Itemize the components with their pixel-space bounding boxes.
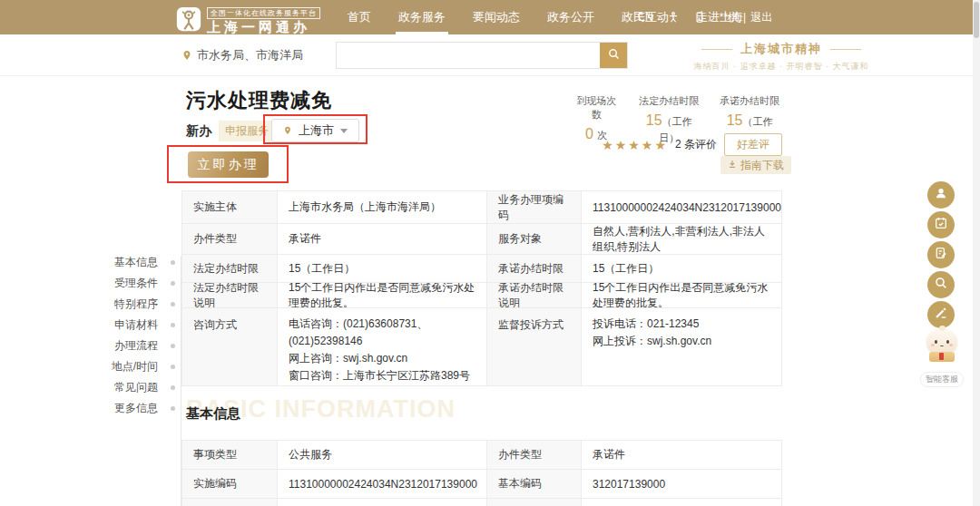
float-feedback-button[interactable] [927, 301, 955, 328]
table-row: 实施主体 上海市水务局（上海市海洋局） 业务办理项编码 113100000024… [182, 191, 781, 223]
sidebar-item-more-info[interactable]: 更多信息 [0, 398, 181, 419]
sidebar-item-basic-info[interactable]: 基本信息 [0, 252, 181, 273]
float-search-button[interactable] [927, 271, 955, 298]
star-rating-icons: ★★★★★ [602, 138, 668, 152]
calendar-check-icon [934, 216, 948, 234]
sidebar-item-faq[interactable]: 常见问题 [0, 377, 181, 398]
chatbot-mascot[interactable] [925, 328, 959, 370]
table-row-partial [182, 498, 781, 506]
metric-statutory-value: 15 [646, 112, 662, 128]
department-selector[interactable]: 市水务局、市海洋局 [181, 34, 303, 76]
table-row: 法定办结时限 15（工作日） 承诺办结时限 15（工作日） [182, 254, 781, 282]
user-icon [934, 186, 948, 204]
nav-home[interactable]: 首页 [334, 0, 385, 34]
sidebar-item-acceptance[interactable]: 受理条件 [0, 273, 181, 294]
sidebar-item-special-procedure[interactable]: 特别程序 [0, 294, 181, 315]
search-icon [934, 276, 948, 294]
float-user-button[interactable] [927, 181, 955, 209]
download-icon [728, 159, 737, 171]
chatbot-label: 智能客服 [920, 372, 964, 387]
mobile-app-icon[interactable] [693, 11, 706, 24]
apply-now-button[interactable]: 立即办理 [188, 151, 269, 178]
anchor-nav: 基本信息 受理条件 特别程序 申请材料 办理流程 地点/时间 常见问题 更多信息 [0, 252, 181, 419]
mascot-head-icon [926, 328, 957, 355]
sidebar-item-location-time[interactable]: 地点/时间 [0, 356, 181, 377]
review-count: 2 条评价 [675, 137, 717, 152]
review-button[interactable]: 好差评 [724, 133, 782, 156]
float-appointment-button[interactable] [927, 211, 955, 238]
nav-gov-open[interactable]: 政务公开 [534, 0, 608, 34]
chevron-down-icon [340, 129, 348, 133]
float-records-button[interactable] [927, 241, 955, 268]
nav-gov-services[interactable]: 政务服务 [385, 0, 459, 34]
table-row: 法定办结时限说明 15个工作日内作出是否同意减免污水处理费的批复。 承诺办结时限… [182, 282, 781, 307]
site-name: 上海一网通办 [207, 19, 310, 34]
table-row: 实施编码 11310000002424034N2312017139000 基本编… [182, 469, 781, 498]
complaint-methods-cell: 投诉电话：021-12345 网上投诉：swj.sh.gov.cn [581, 308, 781, 385]
page-scrollbar[interactable] [973, 0, 980, 506]
location-pin-icon [181, 49, 192, 62]
basic-info-table: 事项类型 公共服务 办件类型 承诺件 实施编码 1131000000242403… [181, 440, 782, 506]
search-input[interactable] [337, 43, 600, 68]
nav-news[interactable]: 要闻动态 [459, 0, 534, 34]
metric-promised-value: 15 [727, 112, 743, 128]
guide-download-button[interactable]: 指南下载 [720, 156, 791, 174]
username[interactable]: **棋 [720, 10, 739, 25]
city-selector-value: 上海市 [299, 122, 334, 139]
mode-tag: 新办 [186, 123, 211, 140]
header-utilities: EN **棋 | 退出 [638, 0, 772, 34]
rating-row: ★★★★★ 2 条评价 好差评 [544, 133, 782, 156]
search-button[interactable] [600, 43, 627, 68]
table-row: 办件类型 承诺件 服务对象 自然人,营利法人,非营利法人,非法人组织,特别法人 [182, 223, 781, 254]
department-label: 市水务局、市海洋局 [197, 47, 303, 63]
site-logo[interactable]: 全国一体化在线政务服务平台 上海一网通办 [176, 3, 320, 35]
page-title: 污水处理费减免 [186, 87, 332, 114]
sub-header: 市水务局、市海洋局 上海城市精神 海纳百川 · 追求卓越 · 开明睿智 · 大气… [0, 34, 980, 76]
sidebar-item-process[interactable]: 办理流程 [0, 336, 181, 356]
sidebar-item-materials[interactable]: 申请材料 [0, 315, 181, 336]
city-spirit-title: 上海城市精神 [673, 41, 889, 57]
table-row: 咨询方式 电话咨询：(021)63608731、(021)52398146 网上… [182, 307, 781, 385]
mascot-body-icon [929, 352, 955, 362]
service-info-table: 实施主体 上海市水务局（上海市海洋局） 业务办理项编码 113100000024… [181, 190, 782, 386]
basic-info-section-header: BASIC INFORMATION 基本信息 [184, 395, 565, 433]
logout-link[interactable]: 退出 [750, 10, 772, 25]
language-toggle[interactable]: EN [638, 11, 653, 24]
city-selector[interactable]: 上海市 [271, 119, 359, 142]
divider: | [743, 11, 746, 24]
site-logo-icon [176, 6, 201, 32]
table-row: 事项类型 公共服务 办件类型 承诺件 [182, 441, 781, 469]
accessibility-icon[interactable] [667, 11, 680, 24]
city-spirit-motto: 海纳百川 · 追求卓越 · 开明睿智 · 大气谦和 [673, 61, 889, 73]
document-edit-icon [934, 246, 948, 264]
location-pin-icon [283, 125, 292, 136]
search-box [336, 42, 628, 69]
service-tag: 申报服务 [219, 121, 275, 141]
scrollbar-thumb[interactable] [974, 2, 979, 38]
search-icon [607, 47, 621, 63]
top-header-bar: 全国一体化在线政务服务平台 上海一网通办 首页 政务服务 要闻动态 政务公开 政… [0, 0, 980, 34]
pencil-icon [934, 306, 948, 324]
consult-methods-cell: 电话咨询：(021)63608731、(021)52398146 网上咨询：sw… [277, 308, 486, 385]
platform-tag: 全国一体化在线政务服务平台 [207, 7, 320, 19]
page: 全国一体化在线政务服务平台 上海一网通办 首页 政务服务 要闻动态 政务公开 政… [0, 0, 980, 506]
city-spirit-block: 上海城市精神 海纳百川 · 追求卓越 · 开明睿智 · 大气谦和 [673, 41, 889, 73]
section-title: 基本信息 [186, 405, 240, 423]
